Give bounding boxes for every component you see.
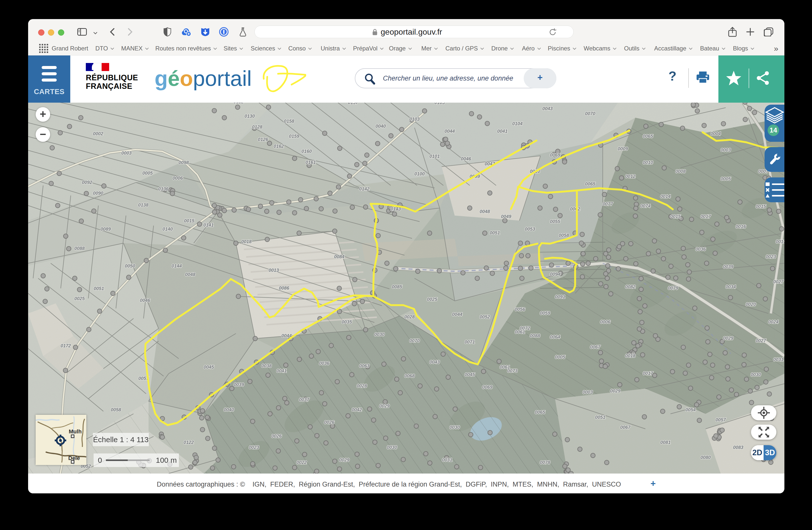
svg-text:Mulh: Mulh (69, 428, 82, 435)
svg-text:Dele: Dele (68, 455, 80, 461)
